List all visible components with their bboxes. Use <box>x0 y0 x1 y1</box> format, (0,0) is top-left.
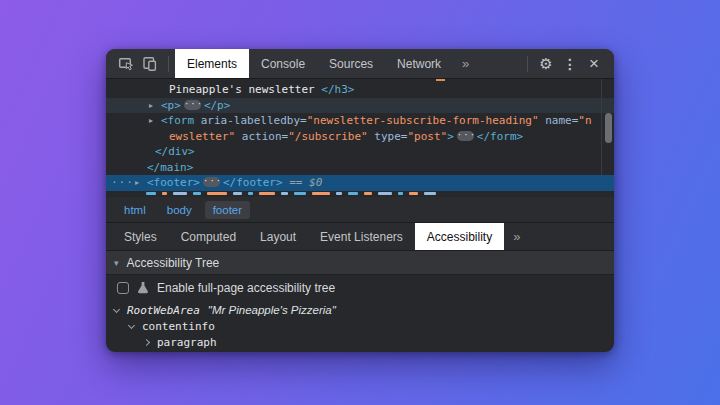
breadcrumb-item-html[interactable]: html <box>116 201 154 219</box>
sidebar-tabs: StylesComputedLayoutEvent ListenersAcces… <box>106 223 614 251</box>
elements-tree-row[interactable]: ▸<form aria-labelledby="newsletter-subsc… <box>106 113 614 129</box>
a11y-node-role: paragraph <box>157 336 217 349</box>
toolbar-divider <box>168 56 169 72</box>
chevron-down-icon[interactable] <box>128 321 135 328</box>
devtools-window: ElementsConsoleSourcesNetwork» ⚙ ⋮ × Pin… <box>106 49 614 352</box>
tab-sources[interactable]: Sources <box>317 49 385 78</box>
code-line-content: Pineapple's newsletter </h3> <box>106 83 354 96</box>
collapsed-content-ellipsis-icon[interactable] <box>184 100 201 110</box>
elements-tree-row[interactable]: ewsletter" action="/subscribe" type="pos… <box>106 129 614 145</box>
expand-arrow-icon[interactable]: ▸ <box>149 101 153 110</box>
a11y-tree-node-rootwebarea[interactable]: RootWebArea"Mr Pineapple's Pizzeria" <box>106 302 614 318</box>
accessibility-tree-section-header[interactable]: ▾ Accessibility Tree <box>106 251 614 275</box>
section-collapse-triangle-icon: ▾ <box>114 258 119 268</box>
more-menu-icon[interactable]: ⋮ <box>558 52 582 76</box>
sidebar-tab-layout[interactable]: Layout <box>248 223 308 250</box>
section-title: Accessibility Tree <box>127 256 220 270</box>
enable-a11y-label: Enable full-page accessibility tree <box>157 281 335 295</box>
elements-tree-row[interactable]: Pineapple's newsletter </h3> <box>106 82 614 98</box>
breadcrumb-item-body[interactable]: body <box>159 201 200 219</box>
elements-tree-row[interactable]: ▸<p></p> <box>106 98 614 114</box>
tab-overflow-chevron-icon[interactable]: » <box>453 49 478 78</box>
inspect-element-icon[interactable] <box>114 52 138 76</box>
scrollbar-thumb[interactable] <box>605 113 612 143</box>
close-icon[interactable]: × <box>582 52 606 76</box>
devtools-toolbar: ElementsConsoleSourcesNetwork» ⚙ ⋮ × <box>106 49 614 79</box>
collapsed-content-ellipsis-icon[interactable] <box>457 131 474 141</box>
row-actions-ellipsis-icon[interactable] <box>111 175 134 191</box>
chevron-right-icon[interactable] <box>143 338 150 345</box>
sidebar-tab-accessibility[interactable]: Accessibility <box>415 223 504 250</box>
a11y-node-role: contentinfo <box>142 320 215 333</box>
breadcrumb-item-footer[interactable]: footer <box>205 201 250 219</box>
scroll-position-marker <box>436 79 445 81</box>
code-line-content: <p></p> <box>106 99 230 112</box>
enable-a11y-row: Enable full-page accessibility tree <box>106 275 614 300</box>
expand-arrow-icon[interactable]: ▸ <box>135 178 139 187</box>
tab-console[interactable]: Console <box>249 49 317 78</box>
tab-elements[interactable]: Elements <box>175 49 249 78</box>
panel-tabs: ElementsConsoleSourcesNetwork» <box>175 49 478 78</box>
scrollbar[interactable] <box>601 79 614 175</box>
a11y-node-role: RootWebArea <box>127 304 200 317</box>
a11y-tree-node-paragraph[interactable]: paragraph <box>106 334 614 350</box>
device-toolbar-icon[interactable] <box>138 52 162 76</box>
settings-gear-icon[interactable]: ⚙ <box>534 52 558 76</box>
tab-network[interactable]: Network <box>385 49 453 78</box>
elements-dom-tree: Pineapple's newsletter </h3>▸<p></p>▸<fo… <box>106 79 614 197</box>
sidebar-tab-event-listeners[interactable]: Event Listeners <box>308 223 415 250</box>
code-line-content: ewsletter" action="/subscribe" type="pos… <box>106 130 523 143</box>
code-line-content: <form aria-labelledby="newsletter-subscr… <box>106 114 592 127</box>
accessibility-tree: RootWebArea"Mr Pineapple's Pizzeria"cont… <box>106 300 614 352</box>
code-line-content: </div> <box>106 145 195 158</box>
elements-tree-row[interactable]: </div> <box>106 144 614 160</box>
desktop-background: ElementsConsoleSourcesNetwork» ⚙ ⋮ × Pin… <box>0 0 720 405</box>
sidebar-tab-computed[interactable]: Computed <box>169 223 248 250</box>
elements-tree-row[interactable]: </main> <box>106 160 614 176</box>
sidebar-tab-overflow-chevron-icon[interactable]: » <box>504 223 529 250</box>
a11y-node-name: "Mr Pineapple's Pizzeria" <box>208 304 336 316</box>
toolbar-divider <box>527 56 528 72</box>
chevron-down-icon[interactable] <box>113 305 120 312</box>
enable-a11y-checkbox[interactable] <box>117 282 129 294</box>
experiment-flask-icon <box>137 281 149 294</box>
expand-arrow-icon[interactable]: ▸ <box>149 116 153 125</box>
sidebar-tab-styles[interactable]: Styles <box>112 223 169 250</box>
elements-tree-row[interactable]: ▸<footer></footer> == $0 <box>106 175 614 191</box>
code-line-content: </main> <box>106 161 193 174</box>
collapsed-content-ellipsis-icon[interactable] <box>203 177 220 187</box>
breadcrumb: htmlbodyfooter <box>106 197 614 223</box>
a11y-tree-node-contentinfo[interactable]: contentinfo <box>106 318 614 334</box>
clipped-code-line <box>106 191 614 196</box>
toolbar-right-icons: ⚙ ⋮ × <box>521 49 614 78</box>
